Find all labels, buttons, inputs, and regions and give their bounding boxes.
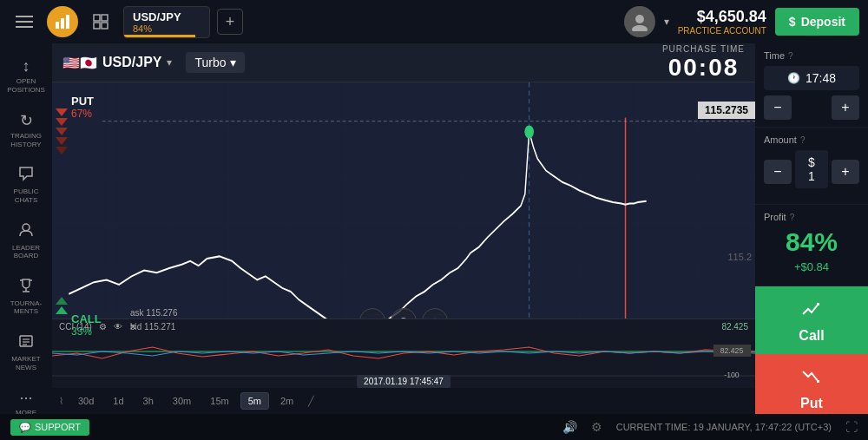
svg-point-7 xyxy=(635,15,644,23)
call-info: ask 115.276 bid 115.271 xyxy=(130,306,178,334)
trade-type-selector[interactable]: Turbo ▾ xyxy=(186,52,244,73)
pair-selector[interactable]: 🇺🇸🇯🇵 USD/JPY ▾ xyxy=(62,55,172,71)
sidebar-item-trading-history[interactable]: ↻ TRADINGHISTORY xyxy=(3,104,49,155)
svg-rect-4 xyxy=(102,15,108,21)
balance-display: $4,650.84 PRACTICE ACCOUNT xyxy=(678,8,766,36)
grid-icon[interactable] xyxy=(85,6,116,37)
ask-price: ask 115.276 xyxy=(130,306,178,320)
put-arrows xyxy=(56,108,68,154)
call-arrows xyxy=(56,297,68,314)
deposit-button[interactable]: $ Deposit xyxy=(775,8,859,36)
put-label-area: PUT 67% xyxy=(71,95,94,120)
tf-2m[interactable]: 2m xyxy=(273,392,301,410)
tournaments-icon xyxy=(18,278,34,298)
tf-3h[interactable]: 3h xyxy=(135,392,161,410)
bottom-bar: 💬 SUPPORT 🔊 ⚙ CURRENT TIME: 19 JANUARY, … xyxy=(0,414,868,440)
time-help-icon[interactable]: ? xyxy=(788,51,793,61)
svg-point-9 xyxy=(23,224,30,231)
sidebar-label-tournaments: TOURNA-MENTS xyxy=(10,299,42,316)
sidebar-item-public-chats[interactable]: PUBLICCHATS xyxy=(3,159,49,211)
bar-chart-icon xyxy=(54,13,71,30)
amount-help-icon[interactable]: ? xyxy=(800,135,806,145)
svg-point-8 xyxy=(632,25,648,31)
call-label-area: CALL 33% xyxy=(71,312,102,338)
leaderboard-icon xyxy=(18,222,34,242)
sidebar-item-leaderboard[interactable]: LEADERBOARD xyxy=(3,215,49,267)
avatar[interactable] xyxy=(624,6,655,37)
chart-header: 🇺🇸🇯🇵 USD/JPY ▾ Turbo ▾ PURCHASE TIME 00:… xyxy=(52,43,755,82)
profit-pct: 84% xyxy=(764,227,859,257)
ruler-icon: ⌇ xyxy=(59,396,63,407)
call-button[interactable]: Call xyxy=(755,286,868,354)
top-bar: USD/JPY 84% + ▾ $4,650.84 PRACTICE ACCOU… xyxy=(0,0,868,43)
trade-type-arrow: ▾ xyxy=(230,56,236,69)
profit-label: Profit ? xyxy=(764,212,859,222)
call-btn-icon xyxy=(799,297,824,325)
deposit-icon: $ xyxy=(789,15,796,29)
main-area: ↕ OPENPOSITIONS ↻ TRADINGHISTORY PUBLICC… xyxy=(0,43,868,414)
call-pct: 33% xyxy=(71,325,102,338)
account-type: PRACTICE ACCOUNT xyxy=(678,26,766,36)
support-label: SUPPORT xyxy=(35,422,81,432)
svg-rect-2 xyxy=(66,15,69,29)
profit-section: Profit ? 84% +$0.84 xyxy=(755,205,868,286)
asset-pct: 84% xyxy=(133,23,201,34)
amount-increase-button[interactable]: + xyxy=(832,160,859,184)
green-arrow-2 xyxy=(56,306,68,314)
purchase-time-label: PURCHASE TIME xyxy=(662,44,745,54)
sidebar-item-tournaments[interactable]: TOURNA-MENTS xyxy=(3,271,49,323)
tf-30d[interactable]: 30d xyxy=(70,392,102,410)
volume-icon[interactable]: 🔊 xyxy=(562,420,577,434)
arrow-5 xyxy=(56,147,68,154)
trade-buttons: Call Put xyxy=(755,286,868,414)
indicator-eye-icon[interactable]: 👁 xyxy=(114,322,122,332)
tf-15m[interactable]: 15m xyxy=(202,392,236,410)
svg-rect-1 xyxy=(61,18,64,29)
fullscreen-icon[interactable]: ⛶ xyxy=(845,420,858,434)
svg-rect-3 xyxy=(94,15,100,21)
add-tab-button[interactable]: + xyxy=(217,9,243,35)
support-button[interactable]: 💬 SUPPORT xyxy=(10,419,89,436)
user-dropdown-arrow[interactable]: ▾ xyxy=(664,16,669,28)
put-btn-icon xyxy=(799,364,824,392)
grid-svg xyxy=(93,14,108,30)
amount-display[interactable]: $ 1 xyxy=(795,150,828,188)
public-chats-icon xyxy=(18,166,34,186)
asset-tab[interactable]: USD/JPY 84% xyxy=(123,6,210,38)
amount-decrease-button[interactable]: − xyxy=(764,160,792,184)
date-tooltip: 2017.01.19 17:45:47 xyxy=(357,375,450,388)
chart-icon[interactable] xyxy=(47,6,78,37)
sidebar-label-public-chats: PUBLICCHATS xyxy=(14,187,39,204)
trade-type-label: Turbo xyxy=(194,56,226,69)
sidebar-item-open-positions[interactable]: ↕ OPENPOSITIONS xyxy=(3,50,49,101)
settings-icon[interactable]: ⚙ xyxy=(591,420,602,434)
purchase-time-display: PURCHASE TIME 00:08 xyxy=(662,44,745,82)
right-panel: Time ? 🕐 17:48 − + Amount ? − $ 1 + xyxy=(755,43,868,414)
pair-dropdown-arrow: ▾ xyxy=(167,56,172,69)
put-pct: 67% xyxy=(71,108,94,120)
time-value: 17:48 xyxy=(806,71,836,85)
time-increase-button[interactable]: + xyxy=(832,95,859,120)
line-icon: ╱ xyxy=(308,396,314,407)
pair-flag: 🇺🇸🇯🇵 xyxy=(62,55,97,71)
svg-rect-5 xyxy=(94,23,100,29)
user-area: ▾ $4,650.84 PRACTICE ACCOUNT $ Deposit xyxy=(624,6,859,37)
arrow-4 xyxy=(56,137,68,145)
sidebar-item-more[interactable]: ··· MORE xyxy=(3,382,49,414)
sidebar-item-market-news[interactable]: MARKETNEWS xyxy=(3,326,49,378)
sidebar: ↕ OPENPOSITIONS ↻ TRADINGHISTORY PUBLICC… xyxy=(0,43,52,414)
current-time-label: CURRENT TIME: 19 JANUARY, 17:47:22 (UTC+… xyxy=(616,422,832,432)
menu-button[interactable] xyxy=(9,6,40,37)
profit-help-icon[interactable]: ? xyxy=(790,213,795,222)
time-decrease-button[interactable]: − xyxy=(764,95,792,120)
tf-5m[interactable]: 5m xyxy=(240,392,269,410)
tf-30m[interactable]: 30m xyxy=(165,392,199,410)
put-label: PUT xyxy=(71,95,94,108)
chart-canvas: PUT 67% xyxy=(52,82,755,388)
sidebar-label-trading-history: TRADINGHISTORY xyxy=(10,132,42,148)
tf-1d[interactable]: 1d xyxy=(105,392,131,410)
put-button[interactable]: Put xyxy=(755,354,868,414)
purchase-time-value: 00:08 xyxy=(662,54,745,82)
sidebar-label-market-news: MARKETNEWS xyxy=(11,355,40,371)
price-right-label: 115.2 xyxy=(727,252,752,262)
